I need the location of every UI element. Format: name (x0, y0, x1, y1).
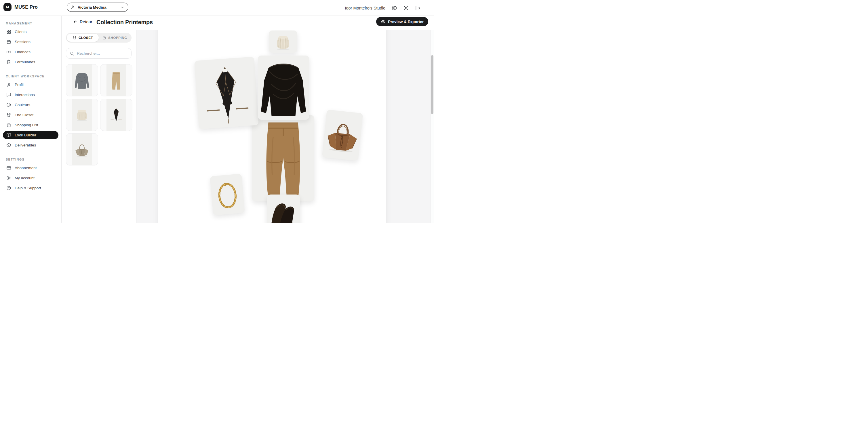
product-photo (72, 133, 92, 165)
canvas-item-gold-chain-necklace[interactable] (210, 173, 245, 215)
product-photo (72, 64, 92, 96)
app-logo: M (3, 3, 11, 11)
shopping-bag-icon (6, 123, 11, 127)
sidebar-item-help-support[interactable]: Help & Support (3, 183, 58, 193)
sidebar-item-label: Finances (15, 50, 31, 54)
search-box (66, 48, 131, 59)
sidebar-item-look-builder[interactable]: Look Builder (3, 131, 58, 139)
topbar: M MUSE Pro Victoria Medina Igor Monteiro… (0, 0, 434, 16)
preview-export-label: Preview & Exporter (388, 20, 424, 24)
thumbnail-gray-draped-top[interactable] (66, 64, 98, 96)
arrow-left-icon (73, 20, 78, 24)
book-open-icon (6, 133, 11, 137)
sidebar-item-label: Formulaires (15, 60, 35, 64)
client-selector[interactable]: Victoria Medina (67, 3, 128, 12)
source-tabs: CLOSET SHOPPING (66, 33, 131, 42)
sidebar-item-label: Sessions (15, 40, 31, 44)
gear-icon (6, 176, 11, 181)
sidebar-item-my-account[interactable]: My account (3, 173, 58, 183)
banknote-icon (6, 50, 11, 54)
sidebar-item-label: Shopping List (15, 123, 38, 127)
sun-icon[interactable] (403, 5, 409, 11)
palette-icon (6, 102, 11, 107)
thumbnail-fur-hat[interactable] (66, 99, 98, 131)
tab-shopping-label: SHOPPING (108, 36, 127, 39)
page-title: Collection Printemps (96, 19, 153, 26)
sidebar-item-formulaires[interactable]: Formulaires (3, 57, 58, 67)
canvas-item-brown-heels[interactable] (267, 194, 300, 223)
studio-name: Igor Monteiro's Studio (345, 6, 385, 10)
tab-closet[interactable]: CLOSET (67, 34, 99, 42)
canvas-scrollbar-track[interactable] (430, 30, 434, 223)
sidebar-item-abonnement[interactable]: Abonnement (3, 163, 58, 173)
preview-export-button[interactable]: Preview & Exporter (376, 17, 428, 26)
closet-panel: CLOSET SHOPPING (62, 30, 136, 223)
brand: M MUSE Pro (3, 3, 38, 11)
sidebar-item-label: Deliverables (15, 143, 36, 147)
sidebar-item-finances[interactable]: Finances (3, 47, 58, 57)
canvas-scrollbar-thumb[interactable] (431, 55, 433, 114)
sidebar-item-label: Abonnement (15, 166, 37, 170)
package-icon (6, 143, 11, 148)
canvas-item-fur-hat[interactable] (269, 31, 297, 53)
canvas-item-houndstooth-blazer[interactable] (194, 57, 259, 129)
clipboard-icon (6, 60, 11, 64)
muse-pro-app: M MUSE Pro Victoria Medina Igor Monteiro… (0, 0, 434, 223)
thumbnail-taupe-tote-bag[interactable] (66, 133, 98, 165)
tab-shopping[interactable]: SHOPPING (99, 34, 131, 42)
closet-thumbnails (66, 64, 131, 165)
tab-closet-label: CLOSET (79, 36, 93, 39)
shirt-icon (6, 113, 11, 118)
sidebar-item-shopping-list[interactable]: Shopping List (3, 120, 58, 130)
sidebar-item-label: Look Builder (15, 133, 36, 137)
section-label-management: MANAGEMENT (6, 22, 61, 25)
sidebar-item-label: The Closet (15, 113, 33, 117)
sidebar-item-label: My account (15, 176, 34, 180)
back-label: Retour (80, 20, 92, 24)
sidebar-item-label: Profil (15, 83, 24, 87)
product-photo (106, 99, 126, 131)
grid-icon (6, 29, 11, 34)
look-canvas[interactable] (136, 30, 430, 223)
user-icon (6, 82, 11, 87)
user-icon (70, 5, 75, 9)
shopping-bag-icon (102, 36, 106, 40)
app-name: MUSE Pro (14, 4, 38, 10)
thumbnail-beige-pants[interactable] (100, 64, 132, 96)
client-selector-label: Victoria Medina (78, 5, 118, 9)
product-photo (106, 64, 126, 96)
canvas-item-leather-tote-bag[interactable] (322, 109, 363, 161)
section-label-client-workspace: CLIENT WORKSPACE (6, 74, 61, 78)
sidebar-item-profil[interactable]: Profil (3, 80, 58, 90)
sidebar-item-label: Couleurs (15, 103, 30, 107)
back-button[interactable]: Retour (73, 20, 92, 24)
globe-icon[interactable] (392, 5, 397, 11)
sidebar-item-deliverables[interactable]: Deliverables (3, 140, 58, 150)
section-label-settings: SETTINGS (6, 158, 61, 161)
calendar-icon (6, 39, 11, 44)
canvas-item-suede-pants[interactable] (252, 115, 314, 201)
help-circle-icon (6, 186, 11, 190)
sidebar-item-label: Clients (15, 30, 27, 34)
canvas-item-black-draped-top[interactable] (258, 56, 309, 120)
logout-icon[interactable] (415, 5, 421, 11)
sidebar: MANAGEMENT Clients Sessions Finances For… (0, 16, 62, 223)
chevron-down-icon (120, 5, 125, 9)
page-header: Retour Collection Printemps Preview & Ex… (62, 16, 434, 30)
chat-icon (6, 92, 11, 97)
sidebar-item-the-closet[interactable]: The Closet (3, 110, 58, 120)
sidebar-item-interactions[interactable]: Interactions (3, 90, 58, 100)
eye-icon (381, 19, 386, 24)
sidebar-item-clients[interactable]: Clients (3, 27, 58, 37)
credit-card-icon (6, 165, 11, 170)
sidebar-item-label: Help & Support (15, 186, 41, 190)
product-photo (72, 99, 92, 131)
sidebar-item-label: Interactions (15, 93, 35, 97)
search-input[interactable] (77, 51, 128, 56)
sidebar-item-sessions[interactable]: Sessions (3, 37, 58, 47)
search-icon (70, 51, 74, 56)
shirt-icon (72, 36, 76, 40)
sidebar-item-couleurs[interactable]: Couleurs (3, 100, 58, 110)
topbar-right: Igor Monteiro's Studio (345, 0, 421, 16)
thumbnail-houndstooth-blazer[interactable] (100, 99, 132, 131)
